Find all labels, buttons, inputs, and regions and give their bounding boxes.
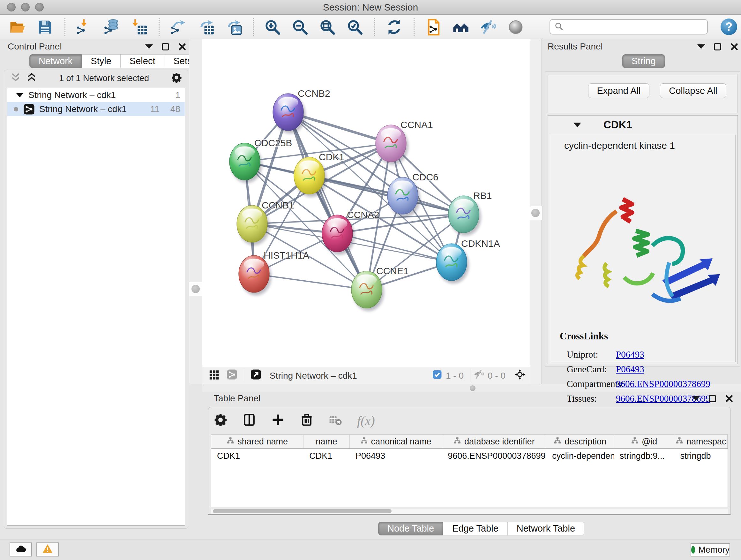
protein-structure-image: [562, 189, 728, 328]
tab-network-table[interactable]: Network Table: [508, 522, 584, 536]
collapse-all-networks-icon[interactable]: [10, 72, 21, 84]
network-collection-row[interactable]: String Network – cdk1 1: [7, 88, 185, 102]
network-node-CCNE1[interactable]: CCNE1: [351, 266, 409, 311]
table-cell[interactable]: stringdb:9...: [614, 449, 675, 463]
birdseye-grid-icon[interactable]: [209, 369, 219, 382]
vertical-splitter[interactable]: [189, 39, 202, 384]
tab-style[interactable]: Style: [82, 54, 120, 68]
network-canvas[interactable]: CCNB2CCNA1CDC25BCDK1CDC6RB1CCNB1CCNA2CDK…: [202, 39, 530, 367]
tree-caret-icon[interactable]: [16, 93, 23, 98]
show-hide-graphics-button[interactable]: [479, 18, 497, 37]
panel-float-icon[interactable]: [709, 395, 716, 402]
import-network-from-database-button[interactable]: [103, 18, 121, 37]
network-node-CDC25B[interactable]: CDC25B: [229, 138, 292, 183]
panel-float-icon[interactable]: [162, 43, 169, 51]
network-row[interactable]: String Network – cdk1 11 48: [7, 102, 185, 116]
tab-select[interactable]: Select: [121, 54, 165, 68]
network-from-public-db-button[interactable]: [424, 18, 443, 37]
node-label-CDK1: CDK1: [319, 152, 344, 162]
string-protein-query-button[interactable]: [452, 18, 470, 37]
results-panel-title: Results Panel: [548, 42, 603, 52]
warnings-button[interactable]: [37, 543, 59, 557]
hidden-elements-icon[interactable]: [474, 369, 484, 382]
column-header-name[interactable]: name: [304, 435, 350, 448]
help-button[interactable]: ?: [721, 18, 737, 35]
tab-edge-table[interactable]: Edge Table: [443, 522, 508, 536]
table-cell[interactable]: P06493: [350, 449, 442, 463]
panel-close-icon[interactable]: [730, 43, 738, 51]
add-column-icon[interactable]: [271, 413, 285, 428]
detach-view-icon[interactable]: [251, 369, 261, 382]
apply-layout-button[interactable]: [385, 18, 403, 37]
column-header-description[interactable]: description: [546, 435, 614, 448]
panel-menu-icon[interactable]: [697, 44, 705, 49]
cloud-button[interactable]: [10, 543, 32, 557]
main-toolbar: ?: [0, 15, 741, 39]
column-header-id[interactable]: @id: [614, 435, 675, 448]
tab-network[interactable]: Network: [29, 54, 82, 68]
network-node-HIST1H1A[interactable]: HIST1H1A: [239, 250, 309, 295]
panel-menu-icon[interactable]: [692, 396, 700, 401]
splitter-handle[interactable]: [189, 282, 203, 296]
column-header-canonicalname[interactable]: canonical name: [350, 435, 442, 448]
column-header-sharedname[interactable]: shared name: [211, 435, 304, 448]
tree-icon: [554, 437, 561, 447]
network-options-gear-icon[interactable]: [171, 72, 182, 84]
splitter-handle[interactable]: [470, 385, 475, 391]
save-session-button[interactable]: [36, 18, 54, 37]
column-header-namespac[interactable]: namespac: [674, 435, 728, 448]
memory-button[interactable]: Memory: [690, 543, 730, 557]
expand-all-networks-icon[interactable]: [26, 72, 37, 84]
import-network-from-file-button[interactable]: [75, 18, 93, 37]
export-image-button[interactable]: [224, 18, 243, 37]
open-session-button[interactable]: [8, 18, 27, 37]
delete-column-icon[interactable]: [300, 413, 314, 428]
table-cell[interactable]: cyclin-dependent ...: [546, 449, 614, 463]
table-options-gear-icon[interactable]: [213, 413, 227, 428]
splitter-handle[interactable]: [529, 206, 542, 220]
cloud-icon: [15, 543, 26, 556]
table-hscrollbar[interactable]: [211, 509, 728, 514]
zoom-in-button[interactable]: [263, 18, 282, 37]
zoom-selected-button[interactable]: [346, 18, 364, 37]
collapse-all-button[interactable]: Collapse All: [660, 83, 726, 98]
network-overview-icon[interactable]: [226, 369, 238, 382]
crosslink-link[interactable]: 9606.ENSP00000378699: [616, 379, 711, 389]
zoom-fit-content-button[interactable]: [318, 18, 337, 37]
network-edge[interactable]: [288, 112, 367, 290]
table-cell[interactable]: CDK1: [304, 449, 350, 463]
search-input[interactable]: [566, 20, 707, 33]
network-node-CDKN1A[interactable]: CDKN1A: [436, 238, 500, 284]
panel-menu-icon[interactable]: [145, 44, 153, 49]
birdseye-toggle-icon[interactable]: [515, 369, 525, 382]
entry-caret-icon[interactable]: [574, 123, 581, 127]
crosslink-label: Compartments:: [550, 379, 614, 389]
table-cell[interactable]: 9606.ENSP00000378699: [442, 449, 546, 463]
table-row[interactable]: CDK1CDK1P064939606.ENSP00000378699cyclin…: [211, 449, 728, 463]
export-network-button[interactable]: [169, 18, 188, 37]
network-node-CCNB2[interactable]: CCNB2: [273, 88, 330, 133]
network-node-RB1[interactable]: RB1: [448, 190, 492, 236]
scrollbar-thumb[interactable]: [213, 509, 392, 513]
network-node-CCNA1[interactable]: CCNA1: [376, 119, 433, 165]
right-splitter[interactable]: [530, 39, 542, 384]
export-table-button[interactable]: [197, 18, 215, 37]
panel-close-icon[interactable]: [725, 394, 733, 402]
table-cell[interactable]: stringdb: [674, 449, 728, 463]
table-cell[interactable]: CDK1: [211, 449, 304, 463]
tab-node-table[interactable]: Node Table: [378, 522, 443, 536]
selected-nodes-icon[interactable]: [432, 369, 443, 382]
column-header-databaseidentifier[interactable]: database identifier: [442, 435, 546, 448]
network-edge[interactable]: [309, 176, 464, 214]
render-detail-button[interactable]: [507, 18, 525, 37]
string-results-box: Expand All Collapse All CDK1 cyclin-depe…: [545, 71, 740, 367]
zoom-out-button[interactable]: [291, 18, 309, 37]
import-table-from-file-button[interactable]: [130, 18, 148, 37]
show-columns-icon[interactable]: [242, 413, 256, 428]
panel-float-icon[interactable]: [714, 43, 721, 51]
crosslink-link[interactable]: P06493: [616, 349, 644, 360]
crosslink-link[interactable]: P06493: [616, 364, 644, 374]
expand-all-button[interactable]: Expand All: [588, 83, 650, 98]
panel-close-icon[interactable]: [178, 43, 186, 51]
tab-string[interactable]: String: [622, 54, 665, 68]
